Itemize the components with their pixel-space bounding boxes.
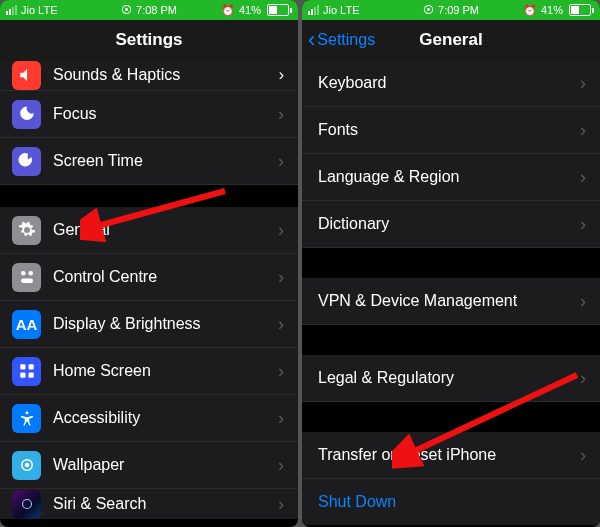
display-icon: AA — [12, 310, 41, 339]
recording-icon: ⦿ — [121, 4, 132, 16]
status-bar: Jio LTE ⦿ 7:08 PM ⏰ 41% — [0, 0, 298, 20]
home-screen-icon — [12, 357, 41, 386]
cell-signal-icon — [6, 5, 17, 15]
chevron-right-icon: › — [278, 151, 284, 172]
chevron-right-icon: › — [278, 361, 284, 382]
row-accessibility[interactable]: Accessibility › — [0, 395, 298, 442]
battery-icon — [265, 4, 292, 16]
svg-rect-6 — [28, 373, 33, 378]
svg-point-0 — [21, 271, 26, 276]
accessibility-icon — [12, 404, 41, 433]
battery-pct-label: 41% — [239, 4, 261, 16]
svg-rect-5 — [20, 373, 25, 378]
page-title: General — [419, 30, 482, 50]
control-centre-icon — [12, 263, 41, 292]
battery-icon — [567, 4, 594, 16]
row-label: Sounds & Haptics — [53, 66, 180, 84]
shut-down-label: Shut Down — [318, 493, 396, 511]
carrier-label: Jio LTE — [323, 4, 359, 16]
row-vpn-device-management[interactable]: VPN & Device Management › — [302, 278, 600, 325]
general-icon — [12, 216, 41, 245]
nav-bar: ‹ Settings General — [302, 20, 600, 60]
row-language-region[interactable]: Language & Region › — [302, 154, 600, 201]
row-label: Wallpaper — [53, 456, 278, 474]
chevron-right-icon: › — [580, 214, 586, 235]
chevron-right-icon: › — [580, 120, 586, 141]
chevron-left-icon: ‹ — [308, 29, 315, 51]
row-shut-down[interactable]: Shut Down — [302, 479, 600, 525]
cell-signal-icon — [308, 5, 319, 15]
row-label: General — [53, 221, 278, 239]
row-general[interactable]: General › — [0, 207, 298, 254]
chevron-right-icon: › — [580, 445, 586, 466]
nav-bar: Settings — [0, 20, 298, 60]
general-list[interactable]: Keyboard › Fonts › Language & Region › D… — [302, 60, 600, 525]
chevron-right-icon: › — [278, 455, 284, 476]
wallpaper-icon — [12, 451, 41, 480]
chevron-right-icon: › — [580, 167, 586, 188]
chevron-right-icon: › — [278, 408, 284, 429]
row-label: Keyboard — [318, 74, 580, 92]
clock-label: 7:09 PM — [438, 4, 479, 16]
row-display-brightness[interactable]: AA Display & Brightness › — [0, 301, 298, 348]
section-divider — [302, 248, 600, 278]
svg-point-9 — [24, 463, 29, 468]
chevron-right-icon: › — [580, 368, 586, 389]
back-label: Settings — [317, 31, 375, 49]
alarm-icon: ⏰ — [523, 4, 537, 17]
recording-icon: ⦿ — [423, 4, 434, 16]
sounds-icon — [12, 61, 41, 90]
back-button[interactable]: ‹ Settings — [308, 29, 375, 51]
section-divider — [302, 402, 600, 432]
siri-icon — [12, 490, 41, 519]
battery-pct-label: 41% — [541, 4, 563, 16]
row-home-screen[interactable]: Home Screen › — [0, 348, 298, 395]
row-label: Transfer or Reset iPhone — [318, 446, 580, 464]
row-label: Legal & Regulatory — [318, 369, 580, 387]
row-fonts[interactable]: Fonts › — [302, 107, 600, 154]
row-label: Display & Brightness — [53, 315, 278, 333]
screentime-icon — [12, 147, 41, 176]
chevron-right-icon: › — [278, 104, 284, 125]
svg-rect-4 — [28, 364, 33, 369]
row-label: Screen Time — [53, 152, 278, 170]
svg-point-7 — [25, 411, 28, 414]
section-divider — [302, 325, 600, 355]
section-divider — [0, 185, 298, 207]
clock-label: 7:08 PM — [136, 4, 177, 16]
focus-icon — [12, 100, 41, 129]
row-focus[interactable]: Focus › — [0, 91, 298, 138]
row-label: Language & Region — [318, 168, 580, 186]
row-control-centre[interactable]: Control Centre › — [0, 254, 298, 301]
row-label: Focus — [53, 105, 278, 123]
general-screen: Jio LTE ⦿ 7:09 PM ⏰ 41% ‹ Settings Gener… — [302, 0, 600, 527]
row-screen-time[interactable]: Screen Time › — [0, 138, 298, 185]
row-label: VPN & Device Management — [318, 292, 580, 310]
carrier-label: Jio LTE — [21, 4, 57, 16]
row-legal-regulatory[interactable]: Legal & Regulatory › — [302, 355, 600, 402]
row-label: Siri & Search — [53, 495, 278, 513]
chevron-right-icon: › — [278, 314, 284, 335]
alarm-icon: ⏰ — [221, 4, 235, 17]
chevron-right-icon: › — [580, 73, 586, 94]
row-siri-search[interactable]: Siri & Search › — [0, 489, 298, 519]
chevron-right-icon: › — [278, 267, 284, 288]
chevron-right-icon: › — [278, 494, 284, 515]
row-label: Fonts — [318, 121, 580, 139]
svg-point-1 — [28, 271, 33, 276]
settings-list[interactable]: Sounds & Haptics › Focus › Screen Time ›… — [0, 60, 298, 519]
row-label: Control Centre — [53, 268, 278, 286]
svg-rect-3 — [20, 364, 25, 369]
row-sounds-haptics[interactable]: Sounds & Haptics › — [0, 60, 298, 91]
svg-point-10 — [22, 500, 31, 509]
row-wallpaper[interactable]: Wallpaper › — [0, 442, 298, 489]
row-dictionary[interactable]: Dictionary › — [302, 201, 600, 248]
row-label: Accessibility — [53, 409, 278, 427]
chevron-right-icon: › — [580, 291, 586, 312]
row-keyboard[interactable]: Keyboard › — [302, 60, 600, 107]
row-label: Home Screen — [53, 362, 278, 380]
row-transfer-or-reset[interactable]: Transfer or Reset iPhone › — [302, 432, 600, 479]
page-title: Settings — [115, 30, 182, 50]
settings-screen: Jio LTE ⦿ 7:08 PM ⏰ 41% Settings Sounds … — [0, 0, 298, 527]
status-bar: Jio LTE ⦿ 7:09 PM ⏰ 41% — [302, 0, 600, 20]
